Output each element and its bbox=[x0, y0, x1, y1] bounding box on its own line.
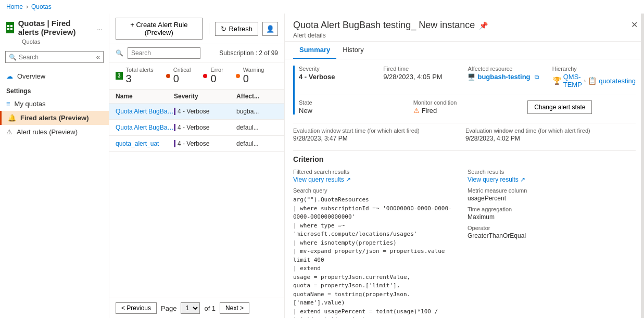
prev-button[interactable]: < Previous bbox=[116, 302, 157, 314]
change-state-button[interactable]: Change alert state bbox=[527, 100, 592, 114]
fired-alerts-label: Fired alerts (Preview) bbox=[20, 114, 89, 122]
alert-name-link[interactable]: Quota Alert BugBash test... bbox=[116, 124, 174, 131]
panel-title-text: Quota Alert BugBash testing_ New instanc… bbox=[293, 20, 475, 31]
collapse-icon[interactable]: « bbox=[96, 53, 100, 61]
change-state-area: Change alert state bbox=[527, 99, 636, 115]
refresh-label: Refresh bbox=[229, 25, 252, 33]
table-header: Name Severity Affect... bbox=[109, 90, 284, 104]
affected-resource-link[interactable]: bugbash-testing bbox=[477, 73, 530, 81]
total-alerts-label: Total alerts bbox=[126, 67, 154, 73]
create-alert-rule-button[interactable]: + Create Alert Rule (Preview) bbox=[116, 18, 203, 40]
view-query-right-link[interactable]: View query results ↗ bbox=[468, 176, 636, 183]
breadcrumb-home[interactable]: Home bbox=[6, 3, 23, 10]
refresh-button[interactable]: ↻ Refresh bbox=[215, 22, 258, 36]
sidebar-item-my-quotas[interactable]: ≡ My quotas bbox=[0, 97, 109, 111]
filter-search-icon: 🔍 bbox=[116, 49, 123, 57]
affected-cell: bugba... bbox=[236, 108, 278, 115]
next-button[interactable]: Next > bbox=[220, 302, 249, 314]
table-row[interactable]: Quota Alert BugBash test... 4 - Verbose … bbox=[109, 120, 284, 136]
scrollbar[interactable] bbox=[641, 14, 644, 318]
search-icon: 🔍 bbox=[9, 54, 17, 61]
hierarchy-qms-link[interactable]: QMS-TEMP bbox=[563, 73, 582, 88]
alert-name-link[interactable]: quota_alert_uat bbox=[116, 140, 174, 147]
alerts-table: Name Severity Affect... Quota Alert BugB… bbox=[109, 90, 284, 298]
tab-history[interactable]: History bbox=[336, 42, 370, 59]
alerts-summary: 3 Total alerts 3 Critical 0 Error 0 bbox=[109, 62, 284, 90]
subscription-badge: Subscription : 2 of 99 bbox=[219, 49, 278, 57]
hierarchy-info: Hierarchy 🏆 QMS-TEMP › 📋 quotatesting bbox=[552, 66, 636, 88]
critical-value: 0 bbox=[173, 73, 191, 85]
sidebar-subtitle: Quotas bbox=[0, 39, 109, 49]
center-content: + Create Alert Rule (Preview) ↻ Refresh … bbox=[109, 14, 285, 318]
sidebar: Quotas | Fired alerts (Preview) ... Quot… bbox=[0, 14, 109, 318]
sidebar-item-overview[interactable]: ☁ Overview bbox=[0, 69, 109, 83]
table-row[interactable]: Quota Alert BugBash test... 4 - Verbose … bbox=[109, 104, 284, 120]
eval-start: Evaluation window start time (for which … bbox=[293, 128, 463, 142]
severity-cell: 4 - Verbose bbox=[174, 140, 236, 147]
filter-search-input[interactable] bbox=[128, 47, 200, 59]
total-alerts-value: 3 bbox=[126, 73, 154, 85]
my-quotas-icon: ≡ bbox=[6, 100, 10, 108]
pin-icon[interactable]: 📌 bbox=[479, 21, 488, 30]
refresh-icon: ↻ bbox=[221, 25, 226, 33]
pagination: < Previous Page 1 of 1 Next > bbox=[109, 298, 284, 318]
svg-rect-1 bbox=[10, 25, 12, 27]
warning-alerts: Warning 0 bbox=[236, 67, 264, 85]
col-severity: Severity bbox=[174, 93, 236, 100]
overview-label: Overview bbox=[17, 72, 45, 80]
hierarchy-arrow: › bbox=[584, 78, 586, 84]
overview-icon: ☁ bbox=[6, 72, 13, 80]
fired-alerts-icon: 🔔 bbox=[8, 114, 16, 122]
sidebar-item-alert-rules[interactable]: ⚠ Alert rules (Preview) bbox=[0, 125, 109, 139]
monitor-info: Monitor condition ⚠ Fired bbox=[413, 99, 522, 115]
criterion-section: Criterion Filtered search results View q… bbox=[293, 150, 636, 318]
col-name: Name bbox=[116, 93, 174, 100]
affected-cell: defaul... bbox=[236, 140, 278, 147]
sidebar-section-settings: Settings bbox=[0, 83, 109, 97]
search-results-col: Search results View query results ↗ Metr… bbox=[468, 169, 636, 318]
warning-label: Warning bbox=[243, 67, 264, 73]
error-label: Error bbox=[210, 67, 223, 73]
col-affected: Affect... bbox=[236, 93, 278, 100]
criterion-title: Criterion bbox=[293, 155, 636, 163]
alert-rules-icon: ⚠ bbox=[6, 128, 12, 136]
severity-cell: 4 - Verbose bbox=[174, 108, 236, 115]
table-row[interactable]: quota_alert_uat 4 - Verbose defaul... bbox=[109, 136, 284, 152]
app-logo bbox=[6, 22, 14, 33]
my-quotas-label: My quotas bbox=[15, 100, 46, 108]
error-value: 0 bbox=[210, 73, 223, 85]
page-select[interactable]: 1 bbox=[181, 302, 200, 314]
total-alerts-icon: 3 bbox=[116, 72, 123, 80]
copy-icon[interactable]: ⧉ bbox=[535, 73, 539, 81]
operator-value: GreaterThanOrEqual bbox=[468, 232, 636, 239]
sidebar-search-input[interactable] bbox=[19, 54, 94, 61]
svg-rect-2 bbox=[7, 28, 9, 30]
filtered-search-col: Filtered search results View query resul… bbox=[293, 169, 461, 318]
tab-summary[interactable]: Summary bbox=[293, 42, 336, 59]
breadcrumb: Home › Quotas bbox=[0, 0, 644, 14]
alert-name-link[interactable]: Quota Alert BugBash test... bbox=[116, 108, 174, 115]
eval-end: Evaluation window end time (for which al… bbox=[465, 128, 636, 142]
view-query-left-link[interactable]: View query results ↗ bbox=[293, 176, 461, 183]
panel-body: Severity 4 - Verbose Fired time 9/28/202… bbox=[285, 59, 644, 318]
breadcrumb-separator: › bbox=[26, 3, 28, 10]
hierarchy-quota-link[interactable]: quotatesting bbox=[599, 77, 636, 85]
right-panel: Quota Alert BugBash testing_ New instanc… bbox=[285, 14, 644, 318]
metric-measure-value: usagePercent bbox=[468, 195, 636, 202]
error-alerts: Error 0 bbox=[203, 67, 223, 85]
of-label: of 1 bbox=[204, 304, 216, 312]
user-icon-button[interactable]: 👤 bbox=[262, 22, 278, 36]
severity-cell: 4 - Verbose bbox=[174, 124, 236, 131]
panel-close-button[interactable]: ✕ bbox=[631, 20, 638, 30]
breadcrumb-quotas[interactable]: Quotas bbox=[31, 3, 52, 10]
search-query-block: arg("").QuotaResources | where subscript… bbox=[293, 196, 461, 318]
severity-info: Severity 4 - Verbose bbox=[299, 66, 379, 88]
page-title: Quotas | Fired alerts (Preview) bbox=[18, 19, 93, 36]
state-info: State New bbox=[299, 99, 407, 115]
time-aggregation-value: Maximum bbox=[468, 213, 636, 221]
monitor-icon: ⚠ bbox=[413, 107, 420, 115]
sidebar-item-fired-alerts[interactable]: 🔔 Fired alerts (Preview) bbox=[0, 111, 109, 125]
more-options-icon[interactable]: ... bbox=[97, 24, 103, 32]
total-alerts: 3 Total alerts 3 bbox=[116, 67, 154, 85]
monitor-value: Fired bbox=[422, 107, 437, 115]
